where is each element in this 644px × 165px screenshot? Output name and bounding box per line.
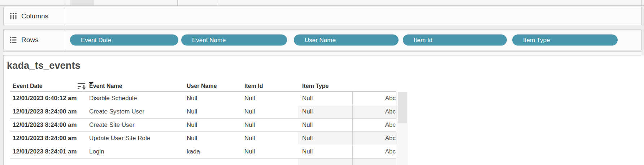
table-row: 12/01/2023 6:40:12 amDisable ScheduleNul… [10,92,396,105]
rows-shelf: Rows Event DateEvent NameUser NameItem I… [3,30,641,50]
cell-item-id[interactable]: Null [244,105,255,118]
cell-event-date[interactable]: 12/01/2023 6:40:12 am [13,92,77,105]
cell-event-date[interactable]: 12/01/2023 8:24:01 am [13,145,77,158]
worksheet-area: kada_ts_events Event Date Event Name Use… [3,55,644,165]
top-bar-divider [641,0,642,5]
cell-user-name[interactable]: Null [187,119,197,131]
vertical-scrollbar[interactable] [397,92,408,165]
pill-user-name[interactable]: User Name [294,34,399,45]
top-bar-pill-fragment [70,0,94,5]
table-row-partial [10,159,396,165]
cell-item-id[interactable]: Null [244,92,255,105]
cell-item-type[interactable]: Null [302,92,313,105]
table-row: 12/01/2023 8:24:01 amLoginkadaNullNullAb… [10,145,396,159]
row-banding [298,159,396,165]
cell-item-type[interactable]: Null [302,145,313,158]
table-vertical-gridline [396,92,396,165]
cell-event-name[interactable]: Create System User [89,105,144,118]
sort-descending-icon[interactable] [78,83,87,90]
table-row: 12/01/2023 8:24:00 amCreate Site UserNul… [10,119,396,132]
pill-event-name[interactable]: Event Name [181,34,287,45]
cell-type-abc[interactable]: Abc [356,132,399,145]
cell-event-name[interactable]: Create Site User [89,119,135,131]
table-row: 12/01/2023 8:24:00 amUpdate User Site Ro… [10,132,396,145]
panel-divider-strip [3,52,641,55]
cell-event-date[interactable]: 12/01/2023 8:24:00 am [13,132,77,145]
cell-event-name[interactable]: Update User Site Role [89,132,150,145]
scrollbar-thumb[interactable] [398,92,407,123]
column-header-event-name[interactable]: Event Name [89,81,122,92]
cell-item-type[interactable]: Null [302,132,313,145]
rows-shelf-label: Rows [21,36,39,44]
columns-shelf: Columns [3,7,641,25]
cell-item-type[interactable]: Null [302,119,313,131]
column-header-user-name[interactable]: User Name [187,81,217,92]
columns-shelf-drop-area[interactable] [65,7,641,25]
cell-event-date[interactable]: 12/01/2023 8:24:00 am [13,119,77,131]
cell-event-date[interactable]: 12/01/2023 8:24:00 am [13,105,77,118]
columns-shelf-label-cell: Columns [4,7,65,25]
columns-shelf-label: Columns [21,12,48,20]
tableau-worksheet-view: Columns Rows Event DateEvent NameUser Na… [0,0,644,165]
cell-type-abc[interactable]: Abc [356,92,399,105]
cell-item-id[interactable]: Null [244,132,255,145]
cell-item-id[interactable]: Null [244,119,255,131]
rows-icon [9,36,17,44]
top-bar-divider [65,0,65,5]
top-bar-divider [219,0,219,5]
cell-user-name[interactable]: Null [187,92,197,105]
column-header-event-date[interactable]: Event Date [13,81,43,92]
table-header-row: Event Date Event Name User Name Item Id … [10,81,396,92]
top-bar-fragment [0,0,644,6]
table-body: 12/01/2023 6:40:12 amDisable ScheduleNul… [10,92,396,165]
column-header-item-type[interactable]: Item Type [302,81,329,92]
columns-icon [9,12,17,20]
table-row: 12/01/2023 8:24:00 amCreate System UserN… [10,105,396,119]
table-vertical-gridline [352,92,353,165]
cell-user-name[interactable]: kada [187,145,200,158]
column-header-item-id[interactable]: Item Id [244,81,263,92]
cell-user-name[interactable]: Null [187,132,197,145]
cell-type-abc[interactable]: Abc [356,105,399,118]
cell-item-type[interactable]: Null [302,105,313,118]
cell-event-name[interactable]: Disable Schedule [89,92,137,105]
pill-event-date[interactable]: Event Date [70,34,178,45]
pill-item-id[interactable]: Item Id [403,34,507,45]
top-bar-divider [177,0,178,5]
rows-shelf-label-cell: Rows [4,30,65,50]
cell-type-abc[interactable]: Abc [356,119,399,131]
cell-item-id[interactable]: Null [244,145,255,158]
cell-type-abc[interactable]: Abc [356,145,399,158]
sheet-title: kada_ts_events [7,60,80,71]
cell-user-name[interactable]: Null [187,105,197,118]
cell-event-name[interactable]: Login [89,145,104,158]
rows-shelf-drop-area[interactable]: Event DateEvent NameUser NameItem IdItem… [65,30,641,50]
pill-item-type[interactable]: Item Type [512,34,618,45]
